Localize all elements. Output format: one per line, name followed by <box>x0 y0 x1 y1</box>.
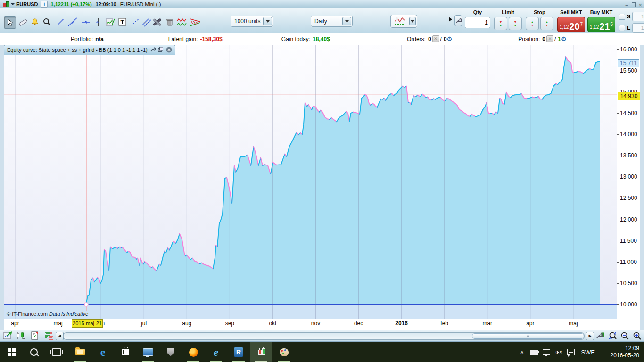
timeframe-dropdown-value: Daily <box>314 18 327 25</box>
trash-icon[interactable] <box>164 16 175 28</box>
units-dropdown-arrow-icon[interactable] <box>263 17 272 25</box>
zigzag-pattern-icon[interactable] <box>176 16 188 28</box>
chart-title-tab[interactable]: Equity curve: State space + ss + grind -… <box>4 45 175 55</box>
task-view-button[interactable] <box>45 342 68 362</box>
share-chart-icon[interactable] <box>2 331 13 340</box>
info-icon[interactable]: i <box>41 1 48 8</box>
trendline-tool-icon[interactable] <box>67 16 78 28</box>
alert-bell-icon[interactable] <box>29 16 41 28</box>
dotted-segment-tool-icon[interactable] <box>129 16 140 28</box>
trading-platform-window: EURUSD i 1,12211 (+0,17%) 12:09:10 EUR/U… <box>0 0 644 362</box>
taskbar-search-button[interactable] <box>23 342 45 362</box>
chart-settings-icon[interactable] <box>595 331 606 340</box>
equity-chart-area[interactable]: aprmajjunjulaugsepoktnovdec2016febmarapr… <box>4 45 617 330</box>
sell-limit-button[interactable]: ▼▲ <box>509 17 522 30</box>
scroll-left-button[interactable]: ◀ <box>56 332 64 340</box>
month-label: feb <box>440 320 448 327</box>
pointer-tool-icon[interactable] <box>4 16 16 29</box>
equity-chart-svg[interactable]: aprmajjunjulaugsepoktnovdec2016febmarapr… <box>4 45 617 330</box>
orders-settings-gear-icon[interactable]: ⚙ <box>447 35 453 42</box>
instrument-dropdown-caret-icon[interactable] <box>11 3 15 7</box>
battery-icon[interactable] <box>528 350 540 355</box>
zoom-fit-icon[interactable] <box>607 331 619 340</box>
ruler-tool-icon[interactable] <box>17 16 28 28</box>
action-center-icon[interactable] <box>565 349 577 355</box>
report-page-icon[interactable] <box>29 331 41 340</box>
price-axis-tick-mark <box>617 156 619 156</box>
chart-scrollbar-track[interactable]: ≡ <box>63 332 585 340</box>
timeframe-dropdown-arrow-icon[interactable] <box>342 17 351 25</box>
chart-type-button[interactable] <box>390 15 417 28</box>
vertical-line-tool-icon[interactable] <box>92 16 104 28</box>
close-button[interactable]: × <box>638 1 642 8</box>
buy-stop-button[interactable]: ▲▼ <box>526 17 539 30</box>
sell-mkt-label: Sell MKT <box>560 9 582 16</box>
qty-input[interactable]: 1 <box>465 17 490 28</box>
buy-market-button[interactable]: 1,12 21 5 <box>587 17 615 32</box>
taskbar-clock[interactable]: 12:09 2016-05-20 <box>599 345 644 359</box>
taskbar-file-explorer[interactable] <box>69 342 91 362</box>
horizontal-line-tool-icon[interactable] <box>80 16 91 28</box>
taskbar-edge[interactable]: e <box>91 342 114 362</box>
windows-taskbar: e e R ∧ 🕩× SWE 12:09 2016-05-20 <box>0 342 644 362</box>
zoom-in-icon[interactable] <box>632 331 643 340</box>
taskbar-store[interactable] <box>114 342 137 362</box>
scroll-right-button[interactable]: ▶ <box>586 332 594 340</box>
price-axis-tick-label: 11 000 <box>620 259 637 265</box>
price-axis-tick-mark <box>617 241 619 241</box>
text-tool-icon[interactable]: T <box>117 16 128 28</box>
task-view-icon <box>52 348 61 356</box>
price-axis[interactable]: 16 00015 50015 00014 50014 00013 50013 0… <box>617 45 641 330</box>
units-dropdown[interactable]: 1000 units <box>231 16 273 27</box>
minimize-button[interactable]: – <box>625 2 628 8</box>
stop-points-input[interactable]: 10 <box>632 12 644 21</box>
price-axis-tick-label: 12 000 <box>620 216 637 223</box>
chart-close-icon[interactable] <box>166 47 172 54</box>
position-slash: / <box>554 36 556 42</box>
edge-icon: e <box>100 347 106 357</box>
zoom-out-icon[interactable] <box>619 331 631 340</box>
taskbar-trading-app-active[interactable] <box>250 342 272 362</box>
price-axis-tick-mark <box>617 177 619 177</box>
sell-stop-button[interactable]: ▲▼ <box>540 17 553 30</box>
cancel-orders-button[interactable]: ✕ <box>432 35 439 42</box>
chart-style-icon[interactable] <box>15 331 26 340</box>
taskbar-internet-explorer[interactable]: e <box>205 342 227 362</box>
sell-market-button[interactable]: 1,12 20 7 <box>557 17 585 32</box>
orders-label: Orders: <box>407 36 426 42</box>
timeframe-dropdown[interactable]: Daily <box>311 16 353 27</box>
start-button[interactable] <box>0 342 23 362</box>
taskbar-remote-desktop[interactable] <box>137 342 159 362</box>
taskbar-security[interactable] <box>159 342 182 362</box>
parallel-lines-tool-icon[interactable] <box>140 16 152 28</box>
language-indicator[interactable]: SWE <box>581 349 595 356</box>
panel-collapse-arrow-icon[interactable] <box>449 17 454 22</box>
close-position-button[interactable]: ✕ <box>546 35 553 42</box>
taskbar-paint[interactable] <box>272 342 295 362</box>
chart-scrollbar-thumb[interactable]: ≡ <box>472 333 584 339</box>
taskbar-prorealtime[interactable]: R <box>227 342 250 362</box>
taskbar-firefox[interactable] <box>182 342 205 362</box>
market-depth-icon[interactable] <box>43 331 55 340</box>
price-axis-tick-label: 14 500 <box>620 110 637 116</box>
settings-tools-icon[interactable] <box>152 16 163 28</box>
volume-muted-icon[interactable]: 🕩× <box>553 348 565 356</box>
wedge-pattern-icon[interactable] <box>190 16 201 28</box>
chart-duplicate-icon[interactable] <box>158 47 164 53</box>
segment-tool-icon[interactable] <box>55 16 66 28</box>
limit-label: Limit <box>502 9 514 16</box>
limit-points-input[interactable]: 10 <box>632 23 644 33</box>
network-icon[interactable] <box>540 349 553 355</box>
restore-button[interactable] <box>631 3 636 7</box>
zoom-tool-icon[interactable] <box>41 16 53 28</box>
gain-today-value: 18,40$ <box>313 36 330 42</box>
stop-checkbox[interactable] <box>619 14 625 20</box>
chart-settings-wrench-icon[interactable] <box>150 47 156 53</box>
position-settings-gear-icon[interactable]: ⚙ <box>561 35 567 42</box>
buy-limit-button[interactable]: ▼▲ <box>494 17 507 30</box>
chart-type-dropdown-arrow-icon[interactable] <box>409 17 416 25</box>
limit-checkbox[interactable] <box>619 25 625 31</box>
indicator-tool-icon[interactable] <box>105 16 116 28</box>
tray-expand-chevron-icon[interactable]: ∧ <box>516 349 528 355</box>
trade-settings-button[interactable] <box>454 15 462 26</box>
